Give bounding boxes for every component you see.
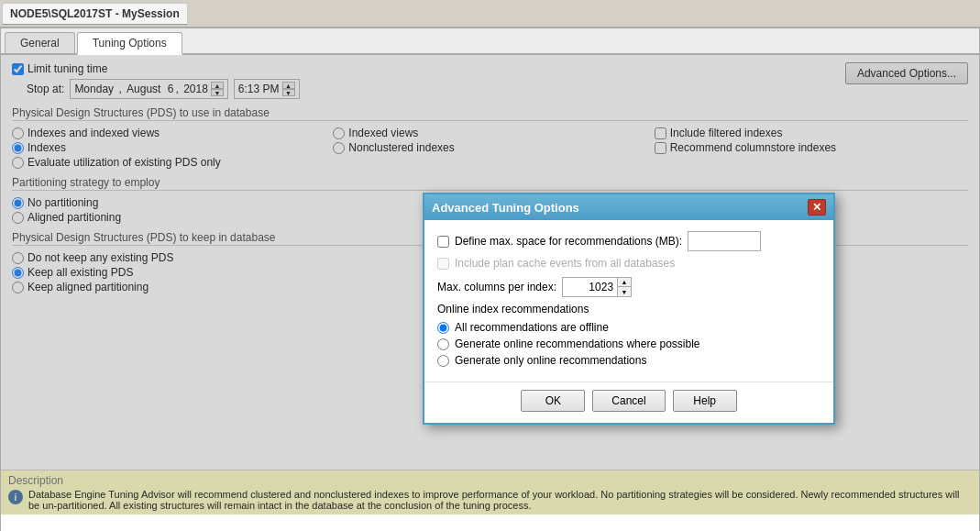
define-max-checkbox[interactable] <box>437 236 449 248</box>
tuning-content: Advanced Options... Limit tuning time St… <box>1 55 979 514</box>
max-columns-spin-up[interactable]: ▲ <box>618 278 631 287</box>
radio-online-possible-label: Generate online recommendations where po… <box>455 337 700 350</box>
dialog-help-button[interactable]: Help <box>673 390 737 412</box>
tabs-bar: General Tuning Options <box>1 28 979 55</box>
dialog-title: Advanced Tuning Options <box>432 201 579 215</box>
max-columns-spin-buttons: ▲ ▼ <box>617 277 632 297</box>
radio-online-only-label: Generate only online recommendations <box>455 354 646 367</box>
max-columns-spin-down[interactable]: ▼ <box>618 287 631 296</box>
dialog-close-button[interactable]: ✕ <box>808 199 826 216</box>
tab-tuning[interactable]: Tuning Options <box>77 32 182 55</box>
radio-offline-label: All recommendations are offline <box>455 321 609 334</box>
radio-offline[interactable] <box>437 322 449 334</box>
window-title: NODE5\SQL2017ST - MySession <box>2 2 188 25</box>
plan-cache-label: Include plan cache events from all datab… <box>455 257 675 270</box>
radio-online-only[interactable] <box>437 355 449 367</box>
dialog-ok-button[interactable]: OK <box>521 390 585 412</box>
online-section-label: Online index recommendations <box>437 303 820 315</box>
plan-cache-row: Include plan cache events from all datab… <box>437 257 820 270</box>
max-columns-spinner: ▲ ▼ <box>562 277 632 297</box>
radio-online-only-row: Generate only online recommendations <box>437 354 820 367</box>
radio-online-possible-row: Generate online recommendations where po… <box>437 337 820 350</box>
define-max-input[interactable] <box>688 231 761 251</box>
tab-general[interactable]: General <box>5 32 75 53</box>
advanced-tuning-dialog: Advanced Tuning Options ✕ Define max. sp… <box>423 193 835 425</box>
dialog-body: Define max. space for recommendations (M… <box>424 220 833 382</box>
title-bar: NODE5\SQL2017ST - MySession <box>0 0 980 28</box>
radio-online-possible[interactable] <box>437 338 449 350</box>
dialog-titlebar: Advanced Tuning Options ✕ <box>424 194 833 220</box>
dialog-cancel-button[interactable]: Cancel <box>592 390 665 412</box>
main-panel: General Tuning Options Advanced Options.… <box>0 28 980 531</box>
define-max-row: Define max. space for recommendations (M… <box>437 231 820 251</box>
max-columns-label: Max. columns per index: <box>437 281 556 293</box>
max-columns-row: Max. columns per index: ▲ ▼ <box>437 277 820 297</box>
max-columns-input[interactable] <box>562 277 617 297</box>
radio-offline-row: All recommendations are offline <box>437 321 820 334</box>
plan-cache-checkbox[interactable] <box>437 258 449 270</box>
dialog-footer: OK Cancel Help <box>424 382 833 423</box>
define-max-label: Define max. space for recommendations (M… <box>455 235 682 248</box>
